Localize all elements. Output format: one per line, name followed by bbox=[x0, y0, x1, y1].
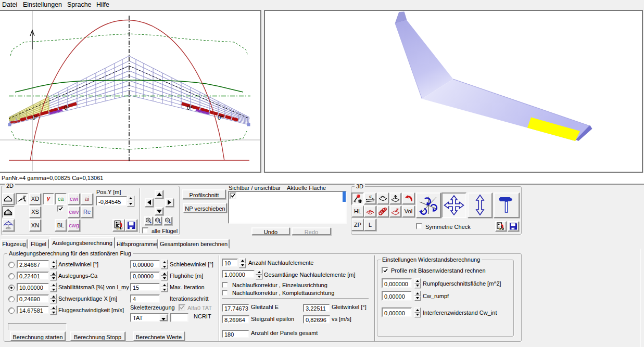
svg-text:1:1: 1:1 bbox=[156, 219, 159, 222]
svg-text:0°: 0° bbox=[187, 105, 193, 111]
svg-text:0°: 0° bbox=[64, 105, 70, 111]
svg-text:0°: 0° bbox=[218, 114, 223, 121]
svg-text:α: α bbox=[369, 194, 372, 199]
svg-text:0°: 0° bbox=[32, 114, 38, 121]
